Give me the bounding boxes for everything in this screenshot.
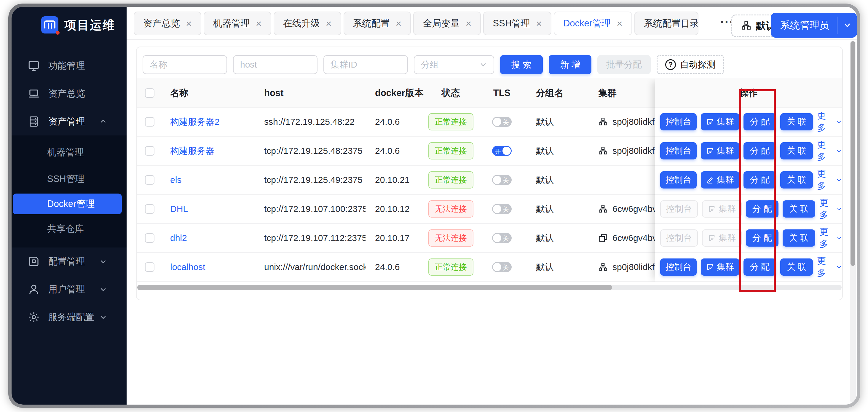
- tls-toggle[interactable]: 关: [492, 175, 512, 185]
- tab-机器管理[interactable]: 机器管理×: [204, 11, 271, 35]
- search-button[interactable]: 搜索: [500, 55, 543, 74]
- sidebar-subitem[interactable]: Docker管理: [13, 194, 122, 214]
- cluster-button[interactable]: 集群: [701, 142, 739, 159]
- cluster-button[interactable]: 集群: [701, 113, 739, 130]
- assign-button[interactable]: 分配: [743, 142, 776, 159]
- vertical-scrollbar[interactable]: [850, 41, 856, 403]
- more-label: 更多: [819, 197, 834, 221]
- more-actions-link[interactable]: 更多: [817, 255, 842, 279]
- host-filter-input[interactable]: [233, 55, 317, 74]
- version-cell: 24.0.6: [366, 117, 425, 127]
- more-actions-link[interactable]: 更多: [817, 110, 842, 134]
- name-filter-input[interactable]: [143, 55, 227, 74]
- tab-全局变量[interactable]: 全局变量×: [413, 11, 481, 35]
- more-actions-link[interactable]: 更多: [819, 226, 842, 250]
- relate-button[interactable]: 关联: [780, 113, 813, 130]
- horizontal-scrollbar[interactable]: [137, 285, 842, 290]
- status-badge: 正常连接: [428, 171, 473, 189]
- tab-资产总览[interactable]: 资产总览×: [134, 11, 201, 35]
- assign-button[interactable]: 分配: [746, 229, 778, 247]
- add-button[interactable]: 新增: [549, 55, 591, 74]
- horizontal-scrollbar-thumb[interactable]: [137, 285, 612, 290]
- cluster-id-filter-input[interactable]: [323, 55, 408, 74]
- group-filter-select[interactable]: 分组: [414, 55, 494, 74]
- docker-name-link[interactable]: 构建服务器: [170, 146, 215, 156]
- tab-系统配置目录[interactable]: 系统配置目录: [634, 11, 699, 35]
- assign-button[interactable]: 分配: [743, 171, 776, 189]
- tls-toggle[interactable]: 关: [492, 117, 512, 127]
- console-button[interactable]: 控制台: [660, 229, 698, 247]
- console-button[interactable]: 控制台: [660, 171, 696, 189]
- cluster-button[interactable]: 集群: [701, 171, 739, 189]
- row-checkbox[interactable]: [145, 204, 154, 214]
- row-checkbox[interactable]: [145, 262, 154, 272]
- console-button[interactable]: 控制台: [660, 258, 696, 276]
- sidebar-subitem[interactable]: SSH管理: [11, 166, 127, 192]
- docker-name-link[interactable]: 构建服务器2: [170, 117, 220, 127]
- sidebar-item[interactable]: 配置管理: [11, 248, 127, 275]
- row-checkbox[interactable]: [145, 233, 154, 243]
- sidebar-subitem[interactable]: 共享仓库: [11, 216, 127, 242]
- close-icon[interactable]: ×: [396, 19, 402, 28]
- close-icon[interactable]: ×: [256, 19, 262, 28]
- sidebar-item[interactable]: 资产管理: [11, 107, 127, 135]
- status-badge: 正常连接: [428, 258, 473, 276]
- tab-系统配置[interactable]: 系统配置×: [344, 11, 411, 35]
- user-menu-button[interactable]: 系统管理员: [771, 13, 857, 38]
- batch-assign-button[interactable]: 批量分配: [597, 55, 651, 74]
- sidebar-item[interactable]: 功能管理: [11, 52, 127, 80]
- cluster-button[interactable]: 集群: [702, 200, 742, 218]
- cluster-button[interactable]: 集群: [701, 258, 739, 276]
- select-all-checkbox[interactable]: [145, 88, 154, 98]
- relate-button[interactable]: 关联: [780, 142, 813, 159]
- tls-toggle[interactable]: 关: [492, 262, 512, 272]
- tab-在线升级[interactable]: 在线升级×: [274, 11, 341, 35]
- assign-button[interactable]: 分配: [743, 258, 776, 276]
- console-button[interactable]: 控制台: [660, 142, 696, 159]
- close-icon[interactable]: ×: [536, 19, 542, 28]
- assign-button[interactable]: 分配: [746, 200, 778, 218]
- console-button[interactable]: 控制台: [660, 113, 696, 130]
- tab-SSH管理[interactable]: SSH管理×: [483, 11, 551, 35]
- assign-button[interactable]: 分配: [743, 113, 776, 130]
- vertical-scrollbar-thumb[interactable]: [850, 41, 855, 266]
- chevron-down-icon: [479, 61, 487, 68]
- auto-detect-button[interactable]: ? 自动探测: [657, 55, 724, 74]
- docker-name-link[interactable]: els: [170, 175, 181, 185]
- tls-toggle[interactable]: 关: [492, 204, 512, 214]
- tls-toggle[interactable]: 开: [492, 146, 512, 156]
- close-icon[interactable]: ×: [326, 19, 332, 28]
- close-icon[interactable]: ×: [465, 19, 471, 28]
- docker-name-link[interactable]: dhl2: [170, 233, 187, 243]
- version-cell: 24.0.6: [366, 146, 425, 156]
- cluster-button[interactable]: 集群: [702, 229, 742, 247]
- row-checkbox[interactable]: [145, 117, 154, 127]
- relate-button[interactable]: 关联: [780, 171, 813, 189]
- relate-button[interactable]: 关联: [783, 200, 815, 218]
- question-circle-icon: ?: [665, 59, 676, 70]
- relate-button[interactable]: 关联: [783, 229, 815, 247]
- close-icon[interactable]: ×: [186, 19, 192, 28]
- sidebar-subitem[interactable]: 机器管理: [11, 139, 127, 166]
- sidebar-item[interactable]: 服务端配置: [11, 303, 127, 331]
- row-select-cell: [137, 262, 162, 272]
- row-checkbox[interactable]: [145, 175, 154, 185]
- more-actions-link[interactable]: 更多: [817, 168, 842, 192]
- row-checkbox[interactable]: [145, 146, 154, 156]
- toggle-knob: [493, 176, 501, 184]
- more-actions-link[interactable]: 更多: [819, 197, 842, 221]
- row-select-cell: [137, 175, 162, 185]
- name-cell: 构建服务器2: [162, 116, 256, 128]
- tls-toggle[interactable]: 关: [492, 233, 512, 243]
- docker-name-link[interactable]: localhost: [170, 262, 205, 272]
- close-icon[interactable]: ×: [617, 19, 623, 28]
- sidebar-item[interactable]: 资产总览: [11, 80, 127, 107]
- more-actions-link[interactable]: 更多: [817, 139, 842, 163]
- select-icon: [706, 118, 714, 126]
- relate-button[interactable]: 关联: [780, 258, 813, 276]
- docker-name-link[interactable]: DHL: [170, 204, 188, 214]
- chevron-down-icon: [99, 313, 107, 322]
- tab-Docker管理[interactable]: Docker管理×: [554, 11, 632, 35]
- console-button[interactable]: 控制台: [660, 200, 698, 218]
- sidebar-item[interactable]: 用户管理: [11, 275, 127, 303]
